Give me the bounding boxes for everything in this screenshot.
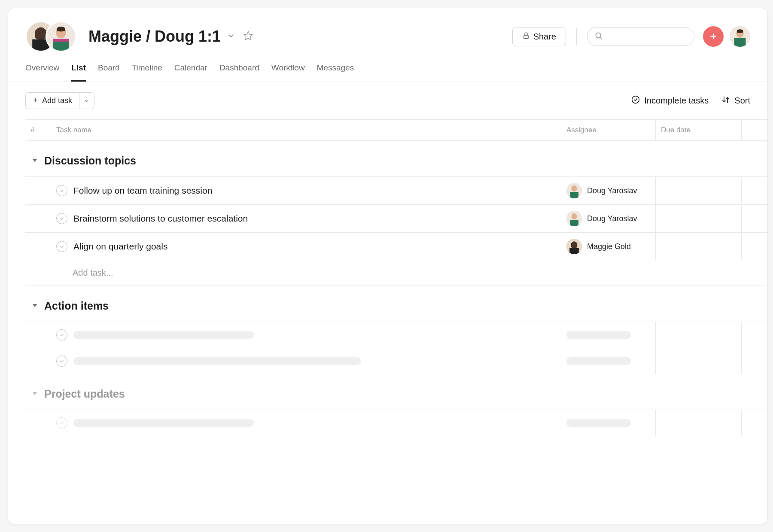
placeholder-text [73,357,361,365]
placeholder-assignee [566,419,631,427]
user-avatar[interactable] [730,26,750,47]
svg-point-9 [596,33,601,38]
caret-down-icon [31,390,38,398]
tab-list[interactable]: List [71,63,86,82]
section-title: Discussion topics [44,155,136,167]
col-task-name[interactable]: Task name [51,120,561,140]
svg-point-24 [572,213,577,219]
check-circle-icon [631,95,640,106]
project-title: Maggie / Doug 1:1 [88,27,221,46]
section-header-action[interactable]: Action items [25,286,767,322]
assignee-name: Maggie Gold [587,242,631,251]
avatar-doug [46,21,76,52]
filter-label: Incomplete tasks [644,96,709,106]
assignee-name: Doug Yaroslav [587,214,637,223]
svg-rect-28 [569,248,579,254]
title-dropdown[interactable] [227,31,235,42]
caret-down-icon [31,302,38,310]
placeholder-text [73,419,254,427]
add-task-inline[interactable]: Add task... [25,260,767,286]
tab-overview[interactable]: Overview [25,63,59,82]
assignee-cell[interactable]: Doug Yaroslav [561,177,656,204]
col-assignee[interactable]: Assignee [561,120,656,140]
placeholder-text [73,331,254,339]
sections: Discussion topics Follow up on team trai… [8,141,767,436]
complete-checkbox[interactable] [56,241,67,252]
add-task-label: Add task [42,96,72,105]
complete-checkbox[interactable] [56,185,67,196]
sort-icon [721,95,730,106]
svg-marker-19 [33,159,37,162]
col-add [742,120,767,140]
share-button[interactable]: Share [512,27,566,46]
task-row-placeholder[interactable] [25,410,767,436]
tab-messages[interactable]: Messages [317,63,354,82]
assignee-cell[interactable]: Doug Yaroslav [561,205,656,232]
plus-icon [709,32,718,41]
task-row-placeholder[interactable] [25,348,767,374]
section-title: Project updates [44,388,125,400]
assignee-name: Doug Yaroslav [587,186,637,195]
svg-rect-25 [570,220,578,226]
filter-incomplete[interactable]: Incomplete tasks [631,95,709,106]
svg-line-10 [600,37,602,39]
task-name: Brainstorm solutions to customer escalat… [73,213,248,224]
tab-workflow[interactable]: Workflow [271,63,305,82]
chevron-down-icon [84,98,90,104]
col-num: # [25,120,51,140]
task-row[interactable]: Brainstorm solutions to customer escalat… [25,204,767,232]
svg-rect-6 [53,39,69,42]
avatar-icon [566,239,582,254]
svg-point-21 [572,185,577,192]
plus-icon [33,96,39,105]
star-button[interactable] [243,30,253,43]
complete-checkbox[interactable] [56,417,67,429]
task-row[interactable]: Follow up on team training session Doug … [25,176,767,204]
section-header-discussion[interactable]: Discussion topics [25,141,767,176]
task-name: Align on quarterly goals [73,241,167,252]
search-icon [594,31,603,42]
add-task-combo: Add task [25,92,94,109]
add-task-dropdown[interactable] [79,92,94,109]
placeholder-assignee [566,331,631,339]
svg-rect-8 [523,35,528,39]
complete-checkbox[interactable] [56,213,67,224]
search-box[interactable] [587,27,694,46]
complete-checkbox[interactable] [56,356,67,367]
tab-board[interactable]: Board [98,63,120,82]
lock-icon [522,32,530,42]
column-header: # Task name Assignee Due date [25,119,767,141]
tab-timeline[interactable]: Timeline [132,63,162,82]
tab-calendar[interactable]: Calendar [174,63,207,82]
sort-label: Sort [734,96,750,106]
assignee-cell[interactable]: Maggie Gold [561,233,656,260]
sort-button[interactable]: Sort [721,95,750,106]
search-input[interactable] [607,32,687,41]
svg-point-18 [632,96,639,103]
project-avatar-pair [25,21,76,52]
complete-checkbox[interactable] [56,329,67,340]
col-due-date[interactable]: Due date [656,120,742,140]
app-window: Maggie / Doug 1:1 Share Overv [8,8,768,524]
due-date-cell[interactable] [656,206,742,231]
task-name: Follow up on team training session [73,185,212,196]
tabs: Overview List Board Timeline Calendar Da… [8,51,767,82]
tab-dashboard[interactable]: Dashboard [219,63,259,82]
caret-down-icon [31,157,38,165]
section-title: Action items [44,300,109,312]
svg-marker-7 [244,31,253,40]
create-button[interactable] [703,26,724,47]
avatar-icon [566,211,582,226]
add-task-button[interactable]: Add task [25,92,79,109]
task-row[interactable]: Align on quarterly goals Maggie Gold [25,232,767,260]
task-row-placeholder[interactable] [25,322,767,348]
svg-rect-22 [570,192,578,198]
avatar-icon [566,183,582,198]
toolbar: Add task Incomplete tasks Sort [8,82,767,119]
due-date-cell[interactable] [656,234,742,259]
section-header-project[interactable]: Project updates [25,374,767,410]
share-label: Share [533,32,556,42]
placeholder-assignee [566,357,631,365]
due-date-cell[interactable] [656,178,742,204]
header: Maggie / Doug 1:1 Share [8,8,767,51]
